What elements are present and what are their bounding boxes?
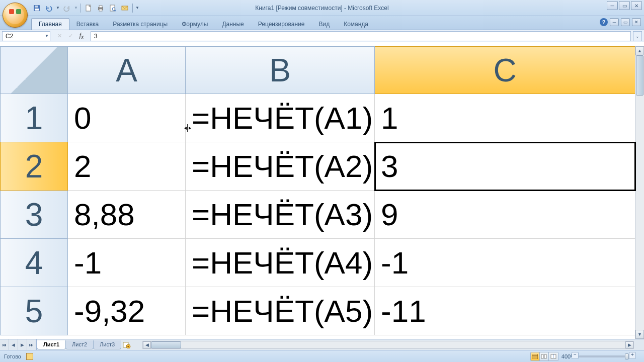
- formula-value: 3: [94, 33, 98, 40]
- title-bar: ▼ ▼ ▼ Книга1 [Режим совместимости] - Mic…: [0, 0, 644, 16]
- qat-preview-button[interactable]: [107, 3, 118, 14]
- new-sheet-button[interactable]: ✦: [121, 340, 133, 349]
- doc-minimize-button[interactable]: ─: [610, 18, 619, 26]
- tab-nav-first[interactable]: ⏮: [0, 339, 9, 350]
- sheet-tab-2[interactable]: Лист2: [65, 340, 94, 349]
- office-logo-icon: [6, 6, 24, 24]
- window-title: Книга1 [Режим совместимости] - Microsoft…: [255, 5, 388, 12]
- table-row: 5 -9,32 =НЕЧЁТ(A5) -11: [1, 287, 635, 335]
- cell-B2[interactable]: =НЕЧЁТ(A2): [186, 142, 375, 191]
- grid-table: A B C 1 0 =НЕЧЁТ(A1) 1 2 2 =НЕЧЁТ(A2) 3 …: [0, 46, 635, 335]
- ribbon-tab-data[interactable]: Данные: [215, 19, 251, 30]
- tab-nav-last[interactable]: ⏭: [27, 339, 36, 350]
- cell-C2[interactable]: 3: [375, 142, 635, 191]
- cell-A4[interactable]: -1: [68, 239, 186, 287]
- hscroll-right-button[interactable]: ▶: [625, 341, 633, 348]
- qat-undo-button[interactable]: [43, 3, 54, 14]
- hscroll-left-button[interactable]: ◀: [143, 341, 151, 348]
- cell-C3[interactable]: 9: [375, 191, 635, 239]
- cell-C4[interactable]: -1: [375, 239, 635, 287]
- ribbon-tab-view[interactable]: Вид: [311, 19, 337, 30]
- ribbon-tab-insert[interactable]: Вставка: [69, 19, 106, 30]
- svg-rect-19: [544, 354, 546, 358]
- vscroll-down-button[interactable]: ▼: [635, 330, 644, 339]
- email-icon: [121, 5, 128, 12]
- cell-A5[interactable]: -9,32: [68, 287, 186, 335]
- sheet-tab-nav: ⏮ ◀ ▶ ⏭: [0, 339, 37, 350]
- name-box[interactable]: C2 ▼: [2, 31, 50, 41]
- qat-separator: [132, 4, 133, 13]
- doc-restore-button[interactable]: ▭: [621, 18, 630, 26]
- cell-B1[interactable]: =НЕЧЁТ(A1): [186, 94, 375, 142]
- view-pagelayout-button[interactable]: [540, 352, 549, 360]
- ribbon-tab-review[interactable]: Рецензирование: [251, 19, 312, 30]
- window-controls: ─ ▭ ✕: [607, 1, 642, 10]
- row-header-5[interactable]: 5: [1, 287, 68, 335]
- zoom-slider-thumb[interactable]: [625, 353, 629, 359]
- vscroll-up-button[interactable]: ▲: [635, 46, 644, 55]
- column-header-C[interactable]: C: [375, 47, 635, 94]
- ribbon-tab-home[interactable]: Главная: [31, 18, 69, 30]
- cell-B5[interactable]: =НЕЧЁТ(A5): [186, 287, 375, 335]
- cell-A1[interactable]: 0: [68, 94, 186, 142]
- qat-redo-button[interactable]: [61, 3, 72, 14]
- sheet-tabs-bar: ⏮ ◀ ▶ ⏭ Лист1 Лист2 Лист3 ✦ ◀ ▶: [0, 339, 644, 350]
- view-pagelayout-icon: [541, 354, 547, 359]
- macro-record-icon[interactable]: [26, 353, 33, 360]
- formula-expand-button[interactable]: ⌄: [633, 31, 642, 41]
- sheet-tab-3[interactable]: Лист3: [93, 340, 121, 349]
- insert-function-button[interactable]: fx: [76, 32, 87, 41]
- doc-close-button[interactable]: ✕: [632, 18, 641, 26]
- qat-new-button[interactable]: [83, 3, 94, 14]
- cell-A3[interactable]: 8,88: [68, 191, 186, 239]
- column-header-B[interactable]: B: [186, 47, 375, 94]
- horizontal-scroll-area: ◀ ▶: [142, 341, 644, 349]
- cell-A2[interactable]: 2: [68, 142, 186, 191]
- cell-B4[interactable]: =НЕЧЁТ(A4): [186, 239, 375, 287]
- ribbon-tab-team[interactable]: Команда: [337, 19, 375, 30]
- tab-nav-next[interactable]: ▶: [18, 339, 27, 350]
- formula-bar: C2 ▼ ✕ ✓ fx 3 ⌄: [0, 30, 644, 42]
- name-box-dropdown-icon[interactable]: ▼: [45, 34, 49, 38]
- row-header-3[interactable]: 3: [1, 191, 68, 239]
- ribbon-tab-pagelayout[interactable]: Разметка страницы: [106, 19, 175, 30]
- view-pagebreak-button[interactable]: [549, 352, 558, 360]
- row-header-1[interactable]: 1: [1, 94, 68, 142]
- column-header-A[interactable]: A: [68, 47, 186, 94]
- formula-input[interactable]: 3: [91, 31, 631, 41]
- qat-redo-dropdown[interactable]: ▼: [73, 6, 78, 10]
- quick-access-toolbar: ▼ ▼ ▼: [31, 0, 140, 16]
- qat-customize-dropdown[interactable]: ▼: [135, 6, 140, 10]
- enter-formula-button[interactable]: ✓: [65, 32, 75, 41]
- cell-C1[interactable]: 1: [375, 94, 635, 142]
- vscroll-thumb[interactable]: [636, 55, 643, 96]
- row-header-4[interactable]: 4: [1, 239, 68, 287]
- sheet-tab-1[interactable]: Лист1: [37, 340, 66, 349]
- close-button[interactable]: ✕: [631, 1, 642, 10]
- ribbon-tab-formulas[interactable]: Формулы: [175, 19, 215, 30]
- svg-rect-2: [35, 6, 38, 8]
- table-row: 2 2 =НЕЧЁТ(A2) 3: [1, 142, 635, 191]
- formula-controls: ✕ ✓ fx: [52, 32, 89, 41]
- cell-B3[interactable]: =НЕЧЁТ(A3): [186, 191, 375, 239]
- preview-icon: [109, 5, 116, 12]
- row-header-2[interactable]: 2: [1, 142, 68, 191]
- office-button[interactable]: [3, 3, 28, 28]
- maximize-button[interactable]: ▭: [619, 1, 630, 10]
- cancel-formula-button[interactable]: ✕: [54, 32, 64, 41]
- horizontal-scrollbar[interactable]: ◀ ▶: [142, 341, 634, 349]
- help-icon[interactable]: ?: [600, 18, 608, 26]
- qat-undo-dropdown[interactable]: ▼: [55, 6, 60, 10]
- hscroll-thumb[interactable]: [151, 341, 181, 348]
- cell-C5[interactable]: -11: [375, 287, 635, 335]
- select-all-corner[interactable]: [1, 47, 68, 94]
- tab-nav-prev[interactable]: ◀: [9, 339, 18, 350]
- qat-print-button[interactable]: [95, 3, 106, 14]
- vertical-scrollbar[interactable]: ▲ ▼: [635, 46, 644, 339]
- qat-email-button[interactable]: [119, 3, 130, 14]
- zoom-slider[interactable]: [579, 355, 629, 357]
- view-normal-button[interactable]: [531, 352, 540, 360]
- name-box-value: C2: [6, 33, 13, 40]
- minimize-button[interactable]: ─: [607, 1, 618, 10]
- qat-save-button[interactable]: [31, 3, 42, 14]
